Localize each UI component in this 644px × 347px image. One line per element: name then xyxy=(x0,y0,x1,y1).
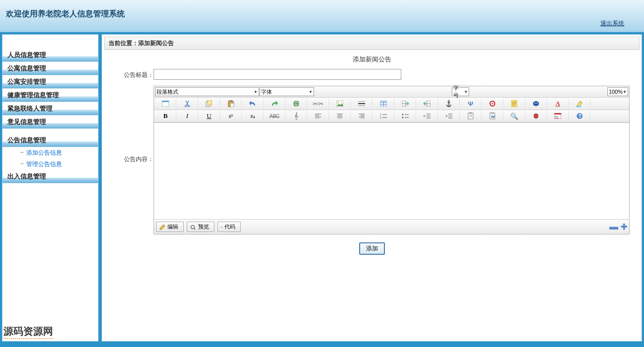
mode-edit[interactable]: 编辑 xyxy=(156,222,184,232)
new-icon[interactable] xyxy=(155,99,176,109)
title-input[interactable] xyxy=(154,69,401,80)
title-label: 公告标题： xyxy=(114,69,154,79)
toolbar-row-3: B I U x² x₂ ABC 𝄞 12 W 🔍 xyxy=(154,110,629,122)
svg-point-55 xyxy=(402,114,404,116)
nav-apartment-arrange[interactable]: 公寓安排管理 xyxy=(2,75,98,89)
strike-icon[interactable]: ABC xyxy=(264,111,285,121)
mode-code[interactable]: ·代码 xyxy=(217,222,241,232)
svg-text:31: 31 xyxy=(555,116,559,119)
svg-rect-65 xyxy=(468,113,473,119)
special-char-icon[interactable]: Ψ xyxy=(460,99,482,109)
nav-apartment-info[interactable]: 公寓信息管理 xyxy=(2,62,98,75)
indent-cell-icon[interactable] xyxy=(395,99,416,109)
app-title: 欢迎使用养老院老人信息管理系统 xyxy=(0,0,644,19)
svg-point-37 xyxy=(537,103,537,104)
paragraph-select[interactable]: 段落格式▼ xyxy=(155,87,259,96)
svg-point-12 xyxy=(338,102,339,104)
nav-access[interactable]: 出入信息管理 xyxy=(2,170,98,183)
unlink-icon[interactable]: ✂✂ xyxy=(308,99,329,109)
rich-editor: 段落格式▼ 字体▼ 字号▼ 100% ▼ ✂✂ xyxy=(154,86,630,234)
bold-icon[interactable]: B xyxy=(155,111,176,121)
sub-add-notice[interactable]: 添加公告信息 xyxy=(2,147,98,159)
nav-emergency[interactable]: 紧急联络人管理 xyxy=(2,102,98,116)
zoom-select[interactable]: 100% ▼ xyxy=(607,87,628,96)
svg-point-56 xyxy=(402,117,404,118)
cut-icon[interactable] xyxy=(177,99,198,109)
paste-icon[interactable] xyxy=(220,99,242,109)
paste-text-icon[interactable] xyxy=(460,111,482,121)
italic-icon[interactable]: I xyxy=(177,111,198,121)
app-header: 欢迎使用养老院老人信息管理系统 退出系统 xyxy=(0,0,644,32)
sub-manage-notice[interactable]: 管理公告信息 xyxy=(2,159,98,170)
hr-icon[interactable] xyxy=(351,99,373,109)
title-row: 公告标题： xyxy=(104,66,640,83)
font-select[interactable]: 字体▼ xyxy=(260,87,314,96)
toolbar-row-2: ✂✂ Ψ A xyxy=(154,98,629,110)
image-icon[interactable] xyxy=(329,99,351,109)
svg-rect-7 xyxy=(229,100,232,102)
align-right-icon[interactable] xyxy=(351,111,373,121)
main-area: 人员信息管理 公寓信息管理 公寓安排管理 健康管理信息管理 紧急联络人管理 意见… xyxy=(0,32,644,342)
align-center-icon[interactable] xyxy=(329,111,351,121)
date-icon[interactable]: 31 xyxy=(547,111,569,121)
nav-opinion[interactable]: 意见信息管理 xyxy=(2,116,98,129)
nav-personnel[interactable]: 人员信息管理 xyxy=(2,49,98,62)
unordered-list-icon[interactable] xyxy=(395,111,416,121)
media-icon[interactable] xyxy=(482,99,503,109)
align-left-icon[interactable] xyxy=(308,111,329,121)
ordered-list-icon[interactable]: 12 xyxy=(373,111,394,121)
svg-line-78 xyxy=(194,229,196,230)
svg-point-9 xyxy=(293,101,299,107)
svg-point-30 xyxy=(492,103,493,105)
sidebar: 人员信息管理 公寓信息管理 公寓安排管理 健康管理信息管理 紧急联络人管理 意见… xyxy=(2,34,99,342)
emoji-icon[interactable] xyxy=(526,99,547,109)
svg-text:2: 2 xyxy=(380,116,381,118)
anchor-icon[interactable] xyxy=(438,99,460,109)
svg-rect-8 xyxy=(230,103,234,107)
submit-row: 添加 xyxy=(104,237,640,260)
fontcolor-icon[interactable]: A xyxy=(547,99,569,109)
collapse-icon[interactable]: ▬ xyxy=(610,224,617,231)
underline-icon[interactable]: U xyxy=(199,111,220,121)
nav-notice[interactable]: 公告信息管理 xyxy=(2,134,98,147)
svg-rect-66 xyxy=(469,113,472,114)
breadcrumb: 当前位置：添加新闻公告 xyxy=(104,37,640,50)
editor-canvas[interactable] xyxy=(154,122,629,219)
subscript-icon[interactable]: x₂ xyxy=(242,111,264,121)
svg-point-77 xyxy=(191,225,195,229)
outdent-cell-icon[interactable] xyxy=(417,99,438,109)
undo-icon[interactable] xyxy=(242,99,264,109)
svg-text:W: W xyxy=(491,115,495,119)
mode-preview[interactable]: 预览 xyxy=(187,222,215,232)
content-panel: 当前位置：添加新闻公告 添加新闻公告 公告标题： 公告内容： 段落格式▼ 字体▼… xyxy=(102,34,642,342)
svg-rect-38 xyxy=(576,106,581,107)
content-row: 公告内容： 段落格式▼ 字体▼ 字号▼ 100% ▼ xyxy=(104,83,640,237)
content-label: 公告内容： xyxy=(114,86,154,164)
copy-icon[interactable] xyxy=(199,99,220,109)
watermark-text: 源码资源网 xyxy=(3,325,53,339)
attachment-icon[interactable]: 𝄞 xyxy=(286,111,307,121)
form-caption: 添加新闻公告 xyxy=(104,50,640,66)
editor-footer: 编辑 预览 ·代码 ▬ ✚ xyxy=(154,219,629,234)
note-icon[interactable] xyxy=(504,99,525,109)
link-icon[interactable] xyxy=(286,99,307,109)
svg-rect-73 xyxy=(554,113,561,115)
expand-icon[interactable]: ✚ xyxy=(620,224,627,231)
cube-icon[interactable] xyxy=(526,111,547,121)
redo-icon[interactable] xyxy=(264,99,285,109)
table-icon[interactable] xyxy=(373,99,394,109)
find-icon[interactable]: 🔍 xyxy=(504,111,525,121)
toolbar-row-1: 段落格式▼ 字体▼ 字号▼ 100% ▼ xyxy=(154,86,629,98)
svg-rect-20 xyxy=(380,101,387,103)
submit-button[interactable]: 添加 xyxy=(359,242,385,255)
outdent-icon[interactable] xyxy=(417,111,438,121)
nav-health[interactable]: 健康管理信息管理 xyxy=(2,89,98,102)
highlight-icon[interactable] xyxy=(569,99,590,109)
svg-rect-5 xyxy=(208,100,212,105)
paste-word-icon[interactable]: W xyxy=(482,111,503,121)
size-select[interactable]: 字号▼ xyxy=(452,87,469,96)
logout-link[interactable]: 退出系统 xyxy=(600,19,624,28)
indent-icon[interactable] xyxy=(438,111,460,121)
superscript-icon[interactable]: x² xyxy=(220,111,242,121)
help-icon[interactable]: ? xyxy=(569,111,590,121)
